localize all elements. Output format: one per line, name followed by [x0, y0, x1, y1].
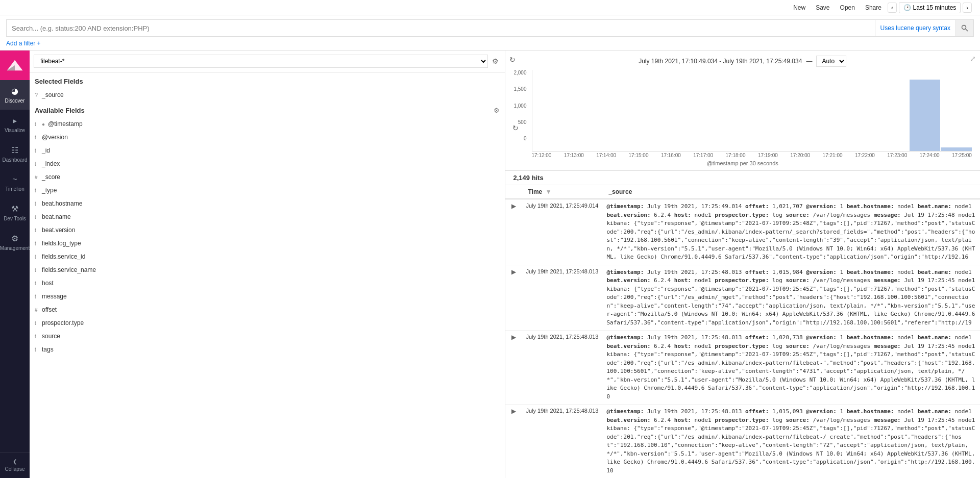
sidebar-item-visualize[interactable]: ▸ Visualize	[0, 110, 30, 139]
sidebar-item-management[interactable]: ⚙ Management	[0, 228, 30, 257]
collapse-icon: ❮	[13, 459, 17, 464]
field-type-indicator: t	[35, 121, 39, 127]
share-button[interactable]: Share	[861, 2, 886, 13]
refresh-center-icon[interactable]: ↻	[512, 124, 519, 132]
x-axis-label: 17:24:00	[920, 153, 940, 158]
open-button[interactable]: Open	[836, 2, 859, 13]
kibana-logo[interactable]	[0, 51, 30, 80]
field-key: source:	[786, 212, 809, 218]
index-settings-button[interactable]: ⚙	[490, 56, 501, 66]
available-field-name: @timestamp	[48, 120, 499, 128]
expand-row-button[interactable]: ▶	[509, 334, 518, 341]
x-axis-label: 17:20:00	[790, 153, 810, 158]
histogram-bar[interactable]	[910, 80, 941, 151]
field-type-indicator: t	[35, 188, 39, 193]
search-input[interactable]	[6, 19, 875, 37]
field-key: beat.hostname:	[847, 269, 894, 275]
index-pattern-dropdown[interactable]: filebeat-*	[34, 55, 488, 68]
available-field-item[interactable]: t @version	[30, 131, 505, 144]
expand-row-button[interactable]: ▶	[509, 268, 518, 275]
available-field-name: @version	[42, 134, 500, 141]
selected-fields-section: Selected Fields ? _source	[30, 72, 505, 102]
field-key: @timestamp:	[606, 203, 644, 210]
available-field-item[interactable]: t _index	[30, 157, 505, 170]
sidebar-item-timelion[interactable]: ~ Timelion	[0, 169, 30, 198]
sidebar-item-devtools[interactable]: ⚒ Dev Tools	[0, 198, 30, 228]
available-field-name: _index	[42, 160, 500, 167]
histogram-header: July 19th 2021, 17:10:49.034 - July 19th…	[513, 56, 972, 67]
search-submit-button[interactable]	[955, 19, 974, 37]
available-field-item[interactable]: t ● @timestamp	[30, 117, 505, 131]
compass-icon: ◕	[11, 86, 18, 96]
available-field-item[interactable]: t beat.version	[30, 223, 505, 237]
expand-row-button[interactable]: ▶	[509, 203, 518, 210]
table-time-cell: July 19th 2021, 17:25:48.013	[522, 265, 603, 331]
available-field-item[interactable]: t source	[30, 330, 505, 343]
available-field-item[interactable]: t beat.name	[30, 210, 505, 223]
hits-count: 2,149 hits	[505, 171, 981, 185]
field-type-indicator: t	[35, 281, 39, 286]
histogram-interval-dropdown[interactable]: Auto	[816, 56, 846, 67]
table-header-time[interactable]: Time ▼	[522, 185, 603, 199]
x-axis-label: 17:12:00	[532, 153, 552, 158]
sidebar-item-discover[interactable]: ◕ Discover	[0, 80, 30, 110]
available-field-name: _score	[42, 173, 500, 181]
expand-row-button[interactable]: ▶	[509, 408, 518, 415]
new-button[interactable]: New	[789, 2, 810, 13]
field-key: @timestamp:	[606, 408, 644, 415]
nav-prev-button[interactable]: ‹	[888, 3, 897, 13]
field-key: @version:	[806, 269, 837, 275]
table-header-expand	[505, 185, 522, 199]
table-expand-cell: ▶	[505, 331, 522, 405]
table-row: ▶ July 19th 2021, 17:25:48.013 @timestam…	[505, 405, 981, 479]
save-button[interactable]: Save	[812, 2, 834, 13]
field-key: offset:	[745, 334, 769, 341]
field-key: message:	[874, 212, 901, 218]
field-key: offset:	[745, 408, 769, 415]
field-key: message:	[874, 277, 901, 284]
available-field-item[interactable]: t prospector.type	[30, 316, 505, 330]
selected-field-source[interactable]: ? _source	[30, 88, 505, 102]
available-field-name: fields.log_type	[42, 240, 500, 247]
lucene-syntax-link[interactable]: Uses lucene query syntax	[875, 19, 955, 37]
clock-icon: 🕑	[903, 4, 911, 11]
grid-icon: ☷	[11, 145, 18, 155]
table-expand-cell: ▶	[505, 405, 522, 479]
table-header-source[interactable]: _source	[602, 185, 980, 199]
field-type-indicator: t	[35, 161, 39, 167]
corner-expand-icon[interactable]: ⤢	[970, 55, 976, 63]
sidebar-item-devtools-label: Dev Tools	[4, 216, 26, 221]
available-field-item[interactable]: t message	[30, 290, 505, 303]
x-axis-label: 17:25:00	[952, 153, 972, 158]
available-field-item[interactable]: t host	[30, 276, 505, 290]
available-field-name: prospector.type	[42, 319, 500, 326]
sidebar-item-dashboard[interactable]: ☷ Dashboard	[0, 139, 30, 169]
available-field-item[interactable]: t fields.service_id	[30, 250, 505, 263]
collapse-sidebar-button[interactable]: ❮ Collapse	[0, 452, 30, 478]
field-type-indicator: t	[35, 228, 39, 233]
field-key: @timestamp:	[606, 269, 644, 275]
field-key: host:	[674, 343, 691, 349]
wrench-icon: ⚒	[11, 204, 18, 214]
add-filter-button[interactable]: Add a filter +	[6, 40, 974, 47]
nav-next-button[interactable]: ›	[963, 3, 972, 13]
available-field-item[interactable]: t fields.service_name	[30, 263, 505, 276]
field-key: message:	[874, 343, 901, 349]
histogram-bar[interactable]	[941, 147, 972, 151]
available-field-item[interactable]: t beat.hostname add	[30, 197, 505, 210]
field-key: @version:	[806, 334, 837, 341]
available-field-item[interactable]: t _type	[30, 184, 505, 197]
available-field-item[interactable]: t tags	[30, 343, 505, 356]
table-time-cell: July 19th 2021, 17:25:48.013	[522, 405, 603, 479]
available-field-name: fields.service_id	[42, 253, 500, 260]
refresh-left-icon[interactable]: ↻	[509, 56, 516, 64]
time-range-button[interactable]: 🕑 Last 15 minutes	[899, 2, 961, 13]
available-field-name: host	[42, 280, 500, 287]
available-field-item[interactable]: # _score	[30, 170, 505, 184]
available-fields-gear-button[interactable]: ⚙	[494, 107, 500, 114]
available-field-item[interactable]: # offset	[30, 303, 505, 316]
available-field-item[interactable]: t fields.log_type	[30, 237, 505, 250]
field-clock-icon: ●	[42, 121, 45, 127]
sidebar-navigation: ◕ Discover ▸ Visualize ☷ Dashboard ~ Tim…	[0, 51, 30, 478]
available-field-item[interactable]: t _id	[30, 144, 505, 157]
